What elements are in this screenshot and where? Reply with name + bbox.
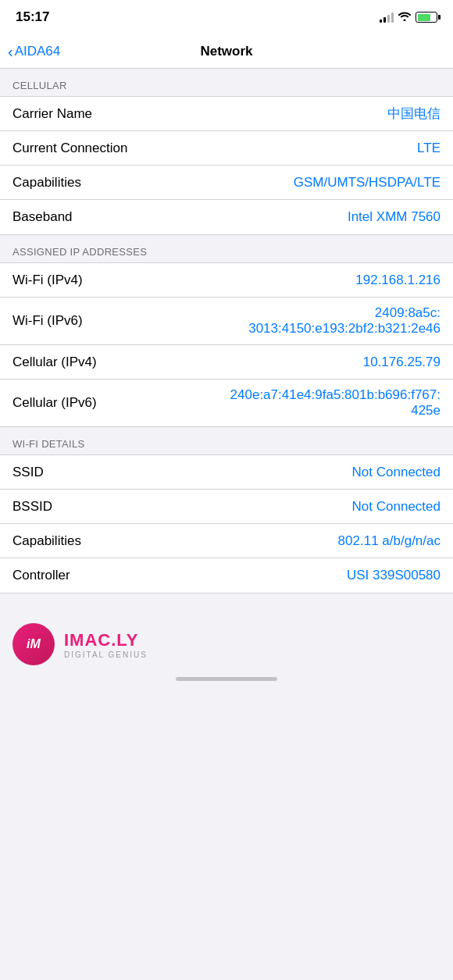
table-row: Wi-Fi (IPv4) 192.168.1.216: [0, 263, 453, 298]
battery-icon: [416, 12, 437, 23]
table-row: Baseband Intel XMM 7560: [0, 200, 453, 234]
ssid-label: SSID: [12, 465, 44, 480]
cellular-section-label: CELLULAR: [12, 80, 67, 91]
carrier-name-label: Carrier Name: [12, 106, 92, 122]
ssid-value: Not Connected: [52, 465, 441, 480]
cellular-section-header: CELLULAR: [0, 69, 453, 96]
capabilities-value: GSM/UMTS/HSDPA/LTE: [89, 175, 441, 191]
wifi-ipv4-label: Wi-Fi (IPv4): [12, 273, 83, 288]
chevron-left-icon: ‹: [8, 44, 13, 59]
table-row: Current Connection LTE: [0, 131, 453, 166]
wifi-section-label: WI-FI DETAILS: [12, 438, 85, 450]
ip-table: Wi-Fi (IPv4) 192.168.1.216 Wi-Fi (IPv6) …: [0, 262, 453, 427]
nav-bar: ‹ AIDA64 Network: [0, 34, 453, 69]
imac-logo: iM: [12, 623, 55, 665]
baseband-value: Intel XMM 7560: [80, 209, 441, 225]
baseband-label: Baseband: [12, 209, 73, 225]
ip-section-header: ASSIGNED IP ADDRESSES: [0, 235, 453, 262]
wifi-capabilities-value: 802.11 a/b/g/n/ac: [89, 533, 441, 549]
table-row: Capabilities GSM/UMTS/HSDPA/LTE: [0, 166, 453, 200]
bssid-label: BSSID: [12, 499, 52, 515]
current-connection-label: Current Connection: [12, 141, 127, 156]
cellular-ipv4-label: Cellular (IPv4): [12, 355, 97, 370]
table-row: BSSID Not Connected: [0, 490, 453, 524]
table-row: Cellular (IPv4) 10.176.25.79: [0, 345, 453, 380]
page-title: Network: [200, 44, 252, 59]
table-row: Cellular (IPv6) 240e:a7:41e4:9fa5:801b:b…: [0, 380, 453, 426]
cellular-ipv6-label: Cellular (IPv6): [12, 395, 97, 411]
home-indicator: [176, 677, 277, 681]
back-label: AIDA64: [15, 44, 61, 59]
brand-name: IMAC.LY: [64, 630, 148, 650]
current-connection-value: LTE: [135, 141, 441, 156]
imac-brand: IMAC.LY DIGITAL GENIUS: [64, 630, 148, 659]
imac-logo-text: iM: [27, 637, 41, 651]
cellular-ipv6-value: 240e:a7:41e4:9fa5:801b:b696:f767: 425e: [105, 387, 441, 419]
wifi-table: SSID Not Connected BSSID Not Connected C…: [0, 454, 453, 593]
table-row: Wi-Fi (IPv6) 2409:8a5c: 3013:4150:e193:2…: [0, 298, 453, 345]
status-time: 15:17: [16, 9, 49, 25]
table-row: Capabilities 802.11 a/b/g/n/ac: [0, 524, 453, 558]
bssid-value: Not Connected: [60, 499, 441, 515]
brand-sub: DIGITAL GENIUS: [64, 650, 148, 659]
cellular-ipv4-value: 10.176.25.79: [105, 355, 441, 370]
status-bar: 15:17: [0, 0, 453, 34]
wifi-ipv6-value: 2409:8a5c: 3013:4150:e193:2bf2:b321:2e46: [91, 305, 441, 337]
wifi-section-header: WI-FI DETAILS: [0, 427, 453, 454]
cellular-table: Carrier Name 中国电信 Current Connection LTE…: [0, 96, 453, 235]
wifi-icon: [398, 11, 411, 23]
capabilities-label: Capabilities: [12, 175, 81, 191]
wifi-ipv6-label: Wi-Fi (IPv6): [12, 313, 83, 329]
back-button[interactable]: ‹ AIDA64: [8, 44, 60, 59]
wifi-capabilities-label: Capabilities: [12, 533, 81, 549]
status-icons: [380, 11, 437, 23]
carrier-name-value: 中国电信: [100, 105, 441, 123]
ip-section-label: ASSIGNED IP ADDRESSES: [12, 246, 147, 258]
controller-value: USI 339S00580: [78, 568, 441, 583]
table-row: SSID Not Connected: [0, 455, 453, 490]
footer: iM IMAC.LY DIGITAL GENIUS: [0, 593, 453, 687]
signal-icon: [380, 12, 394, 23]
wifi-ipv4-value: 192.168.1.216: [91, 273, 441, 288]
table-row: Controller USI 339S00580: [0, 558, 453, 593]
controller-label: Controller: [12, 568, 70, 583]
table-row: Carrier Name 中国电信: [0, 97, 453, 131]
